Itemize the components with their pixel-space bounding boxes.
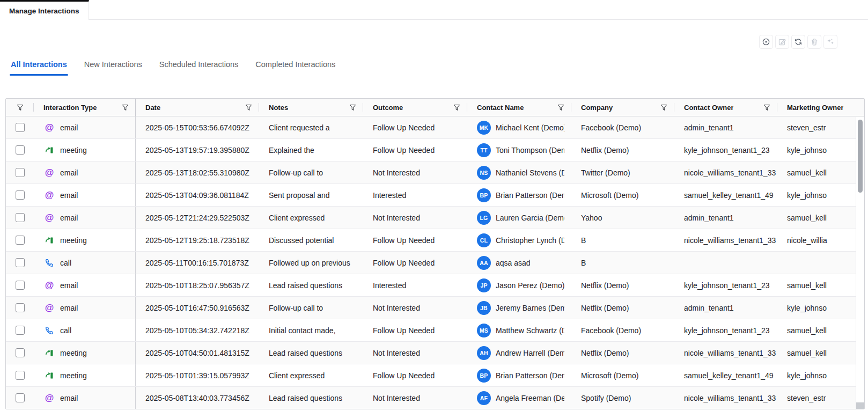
column-header-contact-owner[interactable]: Contact Owner (674, 99, 777, 116)
filter-icon[interactable] (240, 104, 252, 111)
row-checkbox[interactable] (16, 123, 25, 132)
table-row[interactable]: @ email 2025-05-13T04:09:36.081184Z Sent… (6, 184, 865, 207)
cell-notes: Lead raised questions (259, 387, 363, 409)
refresh-icon[interactable] (791, 35, 805, 49)
cell-notes: Follow-up call to (259, 297, 363, 319)
table-row[interactable]: @ email 2025-05-15T00:53:56.674092Z Clie… (6, 116, 865, 139)
meeting-icon (43, 145, 55, 155)
table-row[interactable]: call 2025-05-11T00:16:15.701873Z Followe… (6, 252, 865, 274)
cell-contact-owner: nicole_williams_tenant1_33 (674, 229, 777, 251)
column-header-outcome[interactable]: Outcome (363, 99, 467, 116)
row-checkbox[interactable] (16, 303, 25, 312)
column-header-marketing-owner[interactable]: Marketing Owner (777, 99, 865, 116)
filter-icon[interactable] (116, 104, 129, 111)
column-header-contact-name[interactable]: Contact Name (467, 99, 571, 116)
cell-notes: Lead raised questions (259, 342, 363, 364)
interaction-type-label: call (60, 326, 71, 335)
cell-company: Netflix (Demo) (571, 297, 674, 319)
cell-marketing-owner: steven_estr (777, 387, 865, 409)
column-header-interaction-type[interactable]: Interaction Type (34, 99, 136, 116)
column-header-date[interactable]: Date (136, 99, 259, 116)
column-header-notes[interactable]: Notes (259, 99, 363, 116)
table-row[interactable]: meeting 2025-05-10T04:50:01.481315Z Lead… (6, 342, 865, 364)
table-row[interactable]: @ email 2025-05-08T13:40:03.773456Z Lead… (6, 387, 865, 409)
cell-marketing-owner: kyle_johnso (777, 364, 865, 386)
cell-select (6, 116, 34, 138)
cell-date: 2025-05-13T04:09:36.081184Z (136, 184, 259, 206)
cell-interaction-type: call (34, 319, 136, 341)
interaction-type-label: meeting (60, 146, 87, 155)
window-tab-bar: Manage Interactions (0, 0, 868, 20)
contact-avatar: NS (477, 166, 491, 180)
table-row[interactable]: meeting 2025-05-13T19:57:19.395880Z Expl… (6, 139, 865, 162)
cell-date: 2025-05-12T21:24:29.522503Z (136, 207, 259, 229)
tab-all-interactions[interactable]: All Interactions (11, 60, 67, 76)
delete-icon[interactable] (807, 35, 821, 49)
filter-icon[interactable] (552, 104, 564, 111)
tab-scheduled-interactions[interactable]: Scheduled Interactions (159, 60, 239, 76)
cell-outcome: Interested (363, 274, 467, 296)
cell-marketing-owner: samuel_kell (777, 207, 865, 229)
filter-icon[interactable] (344, 104, 356, 111)
scrollbar-thumb[interactable] (858, 120, 863, 193)
vertical-scrollbar[interactable] (856, 117, 864, 409)
table-row[interactable]: @ email 2025-05-12T21:24:29.522503Z Clie… (6, 207, 865, 229)
contact-avatar: JB (477, 301, 491, 315)
column-label: Interaction Type (43, 104, 97, 112)
row-checkbox[interactable] (16, 326, 25, 335)
contact-name-label: Christopher Lynch (Demo) (496, 236, 564, 245)
section-tabs: All InteractionsNew InteractionsSchedule… (11, 60, 335, 76)
cell-company: Yahoo (571, 207, 674, 229)
row-checkbox[interactable] (16, 371, 25, 380)
cell-contact-owner: admin_tenant1 (674, 297, 777, 319)
edit-icon[interactable] (775, 35, 789, 49)
cell-interaction-type: meeting (34, 139, 136, 161)
row-checkbox[interactable] (16, 168, 25, 177)
contact-name-label: Jason Perez (Demo) (496, 281, 564, 290)
filter-icon[interactable] (655, 104, 667, 111)
cell-company: B (571, 229, 674, 251)
column-label: Contact Owner (684, 104, 733, 112)
row-checkbox[interactable] (16, 393, 25, 402)
row-checkbox[interactable] (16, 281, 25, 290)
cell-company: Microsoft (Demo) (571, 364, 674, 386)
column-header-company[interactable]: Company (571, 99, 674, 116)
cell-notes: Client expressed (259, 207, 363, 229)
row-checkbox[interactable] (16, 190, 25, 200)
cell-company: Netflix (Demo) (571, 139, 674, 161)
table-header-row: Interaction TypeDateNotesOutcomeContact … (6, 99, 865, 116)
target-icon[interactable] (759, 35, 773, 49)
table-row[interactable]: meeting 2025-05-10T01:39:15.057993Z Clie… (6, 364, 865, 387)
cell-marketing-owner: samuel_kell (777, 274, 865, 296)
window-tab-manage-interactions[interactable]: Manage Interactions (0, 0, 89, 20)
row-checkbox[interactable] (16, 236, 25, 245)
cell-company: B (571, 252, 674, 274)
filter-icon[interactable] (758, 104, 770, 111)
row-checkbox[interactable] (16, 213, 25, 222)
column-header-select[interactable] (6, 99, 34, 116)
tab-completed-interactions[interactable]: Completed Interactions (255, 60, 335, 76)
table-row[interactable]: meeting 2025-05-12T19:25:18.723518Z Disc… (6, 229, 865, 252)
toolbar (759, 35, 837, 49)
contact-avatar: AA (477, 256, 491, 270)
cell-contact-name: TT Toni Thompson (Demo) (467, 139, 571, 161)
row-checkbox[interactable] (16, 145, 25, 155)
cell-outcome: Follow Up Needed (363, 139, 467, 161)
cell-outcome: Follow Up Needed (363, 364, 467, 386)
cell-marketing-owner: kyle_johnso (777, 184, 865, 206)
cell-interaction-type: @ email (34, 207, 136, 229)
sparkles-icon[interactable] (823, 35, 837, 49)
table-row[interactable]: @ email 2025-05-13T18:02:55.310980Z Foll… (6, 162, 865, 184)
filter-icon[interactable] (17, 104, 24, 111)
table-row[interactable]: @ email 2025-05-10T18:25:07.956357Z Lead… (6, 274, 865, 297)
table-row[interactable]: @ email 2025-05-10T16:47:50.916563Z Foll… (6, 297, 865, 319)
cell-notes: Discussed potential (259, 229, 363, 251)
table-row[interactable]: call 2025-05-10T05:34:32.742218Z Initial… (6, 319, 865, 342)
contact-avatar: AF (477, 391, 491, 405)
email-icon: @ (43, 393, 55, 403)
row-checkbox[interactable] (16, 258, 25, 267)
tab-new-interactions[interactable]: New Interactions (84, 60, 142, 76)
contact-name-label: Brian Patterson (Demo) (496, 191, 564, 200)
row-checkbox[interactable] (16, 348, 25, 357)
filter-icon[interactable] (448, 104, 460, 111)
